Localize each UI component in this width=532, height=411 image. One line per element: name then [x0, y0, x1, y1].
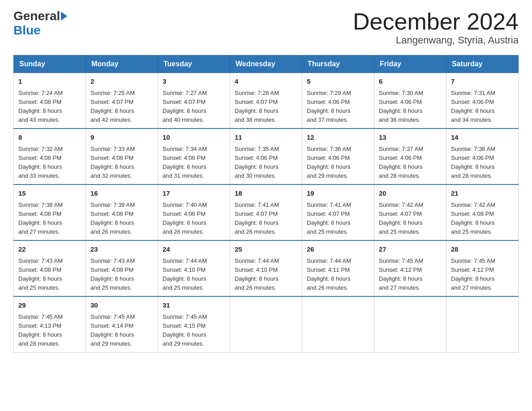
- day-info: Sunrise: 7:44 AMSunset: 4:11 PMDaylight:…: [307, 257, 369, 293]
- day-info: Sunrise: 7:32 AMSunset: 4:06 PMDaylight:…: [18, 145, 81, 181]
- day-info: Sunrise: 7:28 AMSunset: 4:07 PMDaylight:…: [235, 89, 297, 125]
- calendar-cell: 8Sunrise: 7:32 AMSunset: 4:06 PMDaylight…: [14, 128, 86, 184]
- day-info: Sunrise: 7:29 AMSunset: 4:06 PMDaylight:…: [307, 89, 369, 125]
- day-number: 12: [307, 133, 369, 143]
- calendar-cell: 23Sunrise: 7:43 AMSunset: 4:09 PMDayligh…: [86, 240, 158, 296]
- calendar-cell: [230, 296, 302, 352]
- calendar-cell: 31Sunrise: 7:45 AMSunset: 4:15 PMDayligh…: [158, 296, 230, 352]
- day-number: 9: [90, 133, 153, 143]
- day-info: Sunrise: 7:44 AMSunset: 4:10 PMDaylight:…: [163, 257, 225, 293]
- calendar-cell: 14Sunrise: 7:38 AMSunset: 4:06 PMDayligh…: [446, 128, 519, 184]
- logo-blue-text: Blue: [13, 23, 41, 37]
- calendar-cell: 15Sunrise: 7:38 AMSunset: 4:06 PMDayligh…: [14, 184, 86, 240]
- day-number: 16: [90, 188, 153, 199]
- day-info: Sunrise: 7:39 AMSunset: 4:06 PMDaylight:…: [90, 201, 153, 237]
- day-number: 31: [163, 300, 225, 311]
- calendar-cell: 21Sunrise: 7:42 AMSunset: 4:08 PMDayligh…: [446, 184, 519, 240]
- calendar-cell: 22Sunrise: 7:43 AMSunset: 4:08 PMDayligh…: [14, 240, 86, 296]
- day-number: 19: [307, 188, 369, 199]
- page-header: General Blue December 2024 Langenwang, S…: [13, 9, 519, 46]
- day-info: Sunrise: 7:45 AMSunset: 4:12 PMDaylight:…: [451, 257, 514, 293]
- calendar-cell: 29Sunrise: 7:45 AMSunset: 4:13 PMDayligh…: [14, 296, 86, 352]
- day-number: 14: [451, 133, 514, 143]
- day-info: Sunrise: 7:45 AMSunset: 4:13 PMDaylight:…: [18, 313, 81, 349]
- calendar-cell: 28Sunrise: 7:45 AMSunset: 4:12 PMDayligh…: [446, 240, 519, 296]
- calendar-cell: [374, 296, 446, 352]
- day-info: Sunrise: 7:45 AMSunset: 4:15 PMDaylight:…: [163, 313, 225, 349]
- header-monday: Monday: [86, 56, 158, 73]
- day-number: 25: [235, 244, 297, 255]
- day-info: Sunrise: 7:37 AMSunset: 4:06 PMDaylight:…: [379, 145, 442, 181]
- calendar-cell: 19Sunrise: 7:41 AMSunset: 4:07 PMDayligh…: [302, 184, 374, 240]
- day-number: 30: [90, 300, 153, 311]
- day-info: Sunrise: 7:24 AMSunset: 4:08 PMDaylight:…: [18, 89, 81, 125]
- day-number: 13: [379, 133, 442, 143]
- day-number: 10: [163, 133, 225, 143]
- day-number: 15: [18, 188, 81, 199]
- calendar-cell: 18Sunrise: 7:41 AMSunset: 4:07 PMDayligh…: [230, 184, 302, 240]
- day-info: Sunrise: 7:43 AMSunset: 4:09 PMDaylight:…: [90, 257, 153, 293]
- calendar-cell: 6Sunrise: 7:30 AMSunset: 4:06 PMDaylight…: [374, 73, 446, 129]
- header-tuesday: Tuesday: [158, 56, 230, 73]
- day-number: 3: [163, 77, 225, 87]
- day-info: Sunrise: 7:33 AMSunset: 4:06 PMDaylight:…: [90, 145, 153, 181]
- day-info: Sunrise: 7:45 AMSunset: 4:14 PMDaylight:…: [90, 313, 153, 349]
- day-info: Sunrise: 7:34 AMSunset: 4:06 PMDaylight:…: [163, 145, 225, 181]
- day-number: 20: [379, 188, 442, 199]
- calendar-cell: 17Sunrise: 7:40 AMSunset: 4:06 PMDayligh…: [158, 184, 230, 240]
- logo-arrow-icon: [61, 12, 67, 21]
- day-info: Sunrise: 7:44 AMSunset: 4:10 PMDaylight:…: [235, 257, 297, 293]
- day-number: 11: [235, 133, 297, 143]
- day-number: 17: [163, 188, 225, 199]
- day-info: Sunrise: 7:31 AMSunset: 4:06 PMDaylight:…: [451, 89, 514, 125]
- day-number: 22: [18, 244, 81, 255]
- calendar-cell: [302, 296, 374, 352]
- calendar-subtitle: Langenwang, Styria, Austria: [353, 34, 519, 46]
- calendar-cell: 5Sunrise: 7:29 AMSunset: 4:06 PMDaylight…: [302, 73, 374, 129]
- calendar-week-row: 8Sunrise: 7:32 AMSunset: 4:06 PMDaylight…: [14, 128, 519, 184]
- calendar-cell: 26Sunrise: 7:44 AMSunset: 4:11 PMDayligh…: [302, 240, 374, 296]
- day-number: 27: [379, 244, 442, 255]
- day-number: 8: [18, 133, 81, 143]
- calendar-cell: 12Sunrise: 7:36 AMSunset: 4:06 PMDayligh…: [302, 128, 374, 184]
- day-info: Sunrise: 7:38 AMSunset: 4:06 PMDaylight:…: [451, 145, 514, 181]
- header-saturday: Saturday: [446, 56, 519, 73]
- calendar-week-row: 29Sunrise: 7:45 AMSunset: 4:13 PMDayligh…: [14, 296, 519, 352]
- calendar-cell: 2Sunrise: 7:25 AMSunset: 4:07 PMDaylight…: [86, 73, 158, 129]
- day-info: Sunrise: 7:27 AMSunset: 4:07 PMDaylight:…: [163, 89, 225, 125]
- title-area: December 2024 Langenwang, Styria, Austri…: [353, 9, 519, 46]
- day-number: 24: [163, 244, 225, 255]
- calendar-cell: 1Sunrise: 7:24 AMSunset: 4:08 PMDaylight…: [14, 73, 86, 129]
- day-info: Sunrise: 7:42 AMSunset: 4:08 PMDaylight:…: [451, 201, 514, 237]
- day-number: 18: [235, 188, 297, 199]
- day-info: Sunrise: 7:25 AMSunset: 4:07 PMDaylight:…: [90, 89, 153, 125]
- logo-general-text: General: [13, 9, 60, 23]
- calendar-header-row: SundayMondayTuesdayWednesdayThursdayFrid…: [14, 56, 519, 73]
- day-number: 7: [451, 77, 514, 87]
- logo: General Blue: [13, 9, 67, 38]
- calendar-week-row: 1Sunrise: 7:24 AMSunset: 4:08 PMDaylight…: [14, 73, 519, 129]
- header-friday: Friday: [374, 56, 446, 73]
- day-number: 1: [18, 77, 81, 87]
- day-info: Sunrise: 7:45 AMSunset: 4:12 PMDaylight:…: [379, 257, 442, 293]
- day-info: Sunrise: 7:35 AMSunset: 4:06 PMDaylight:…: [235, 145, 297, 181]
- day-info: Sunrise: 7:30 AMSunset: 4:06 PMDaylight:…: [379, 89, 442, 125]
- calendar-cell: 20Sunrise: 7:42 AMSunset: 4:07 PMDayligh…: [374, 184, 446, 240]
- calendar-cell: 9Sunrise: 7:33 AMSunset: 4:06 PMDaylight…: [86, 128, 158, 184]
- day-number: 2: [90, 77, 153, 87]
- calendar-cell: 10Sunrise: 7:34 AMSunset: 4:06 PMDayligh…: [158, 128, 230, 184]
- calendar-week-row: 15Sunrise: 7:38 AMSunset: 4:06 PMDayligh…: [14, 184, 519, 240]
- day-number: 5: [307, 77, 369, 87]
- day-info: Sunrise: 7:43 AMSunset: 4:08 PMDaylight:…: [18, 257, 81, 293]
- day-number: 28: [451, 244, 514, 255]
- day-number: 26: [307, 244, 369, 255]
- calendar-cell: 11Sunrise: 7:35 AMSunset: 4:06 PMDayligh…: [230, 128, 302, 184]
- day-number: 21: [451, 188, 514, 199]
- calendar-week-row: 22Sunrise: 7:43 AMSunset: 4:08 PMDayligh…: [14, 240, 519, 296]
- calendar-cell: 24Sunrise: 7:44 AMSunset: 4:10 PMDayligh…: [158, 240, 230, 296]
- day-info: Sunrise: 7:41 AMSunset: 4:07 PMDaylight:…: [235, 201, 297, 237]
- day-number: 29: [18, 300, 81, 311]
- day-number: 4: [235, 77, 297, 87]
- header-sunday: Sunday: [14, 56, 86, 73]
- day-info: Sunrise: 7:42 AMSunset: 4:07 PMDaylight:…: [379, 201, 442, 237]
